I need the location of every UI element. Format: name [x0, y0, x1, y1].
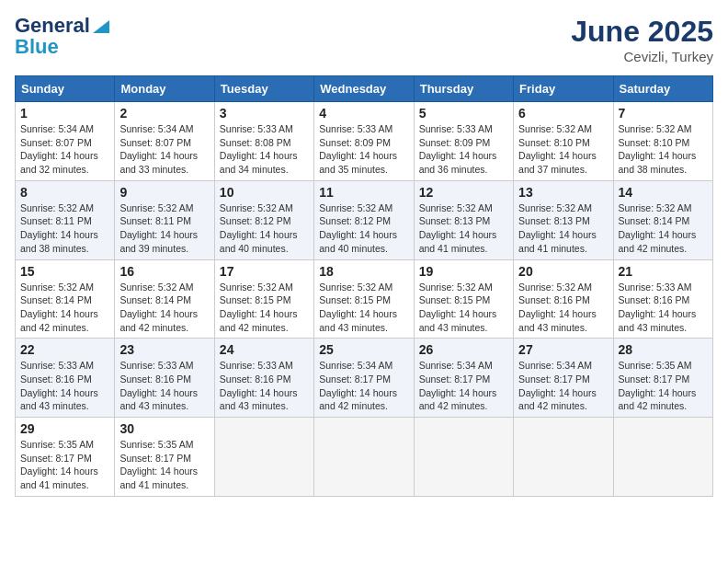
table-row: 6Sunrise: 5:32 AM Sunset: 8:10 PM Daylig…: [514, 102, 613, 181]
logo-icon: [93, 17, 109, 33]
month-title: June 2025: [571, 15, 713, 49]
table-row: 19Sunrise: 5:32 AM Sunset: 8:15 PM Dayli…: [414, 259, 513, 339]
header-wednesday: Wednesday: [314, 76, 414, 102]
table-row: 22Sunrise: 5:33 AM Sunset: 8:16 PM Dayli…: [16, 339, 115, 418]
table-row: 17Sunrise: 5:32 AM Sunset: 8:15 PM Dayli…: [214, 259, 313, 339]
title-section: June 2025 Cevizli, Turkey: [571, 15, 713, 64]
table-row: 10Sunrise: 5:32 AM Sunset: 8:12 PM Dayli…: [214, 180, 313, 259]
calendar-table: Sunday Monday Tuesday Wednesday Thursday…: [15, 75, 713, 497]
table-row: 27Sunrise: 5:34 AM Sunset: 8:17 PM Dayli…: [514, 339, 613, 418]
table-row: 4Sunrise: 5:33 AM Sunset: 8:09 PM Daylig…: [314, 102, 414, 181]
page-header: General Blue June 2025 Cevizli, Turkey: [15, 15, 713, 64]
calendar-header-row: Sunday Monday Tuesday Wednesday Thursday…: [16, 76, 713, 102]
table-row: 16Sunrise: 5:32 AM Sunset: 8:14 PM Dayli…: [115, 259, 214, 339]
table-row: 11Sunrise: 5:32 AM Sunset: 8:12 PM Dayli…: [314, 180, 414, 259]
table-row: 12Sunrise: 5:32 AM Sunset: 8:13 PM Dayli…: [414, 180, 513, 259]
location-subtitle: Cevizli, Turkey: [571, 49, 713, 64]
header-saturday: Saturday: [613, 76, 712, 102]
table-row: 3Sunrise: 5:33 AM Sunset: 8:08 PM Daylig…: [214, 102, 313, 181]
header-sunday: Sunday: [16, 76, 115, 102]
table-row: 23Sunrise: 5:33 AM Sunset: 8:16 PM Dayli…: [115, 339, 214, 418]
header-monday: Monday: [115, 76, 214, 102]
table-row: [514, 418, 613, 497]
logo-text-general: General: [15, 16, 90, 36]
table-row: 30Sunrise: 5:35 AM Sunset: 8:17 PM Dayli…: [115, 418, 214, 497]
table-row: 2Sunrise: 5:34 AM Sunset: 8:07 PM Daylig…: [115, 102, 214, 181]
table-row: 15Sunrise: 5:32 AM Sunset: 8:14 PM Dayli…: [16, 259, 115, 339]
table-row: 14Sunrise: 5:32 AM Sunset: 8:14 PM Dayli…: [613, 180, 712, 259]
table-row: [613, 418, 712, 497]
header-thursday: Thursday: [414, 76, 513, 102]
table-row: 29Sunrise: 5:35 AM Sunset: 8:17 PM Dayli…: [16, 418, 115, 497]
svg-marker-0: [93, 20, 109, 33]
header-friday: Friday: [514, 76, 613, 102]
table-row: [314, 418, 414, 497]
table-row: 5Sunrise: 5:33 AM Sunset: 8:09 PM Daylig…: [414, 102, 513, 181]
table-row: 18Sunrise: 5:32 AM Sunset: 8:15 PM Dayli…: [314, 259, 414, 339]
table-row: 7Sunrise: 5:32 AM Sunset: 8:10 PM Daylig…: [613, 102, 712, 181]
table-row: [214, 418, 313, 497]
table-row: 24Sunrise: 5:33 AM Sunset: 8:16 PM Dayli…: [214, 339, 313, 418]
table-row: 8Sunrise: 5:32 AM Sunset: 8:11 PM Daylig…: [16, 180, 115, 259]
table-row: 21Sunrise: 5:33 AM Sunset: 8:16 PM Dayli…: [613, 259, 712, 339]
table-row: 1Sunrise: 5:34 AM Sunset: 8:07 PM Daylig…: [16, 102, 115, 181]
header-tuesday: Tuesday: [214, 76, 313, 102]
table-row: 25Sunrise: 5:34 AM Sunset: 8:17 PM Dayli…: [314, 339, 414, 418]
table-row: 20Sunrise: 5:32 AM Sunset: 8:16 PM Dayli…: [514, 259, 613, 339]
table-row: 28Sunrise: 5:35 AM Sunset: 8:17 PM Dayli…: [613, 339, 712, 418]
table-row: 9Sunrise: 5:32 AM Sunset: 8:11 PM Daylig…: [115, 180, 214, 259]
table-row: 26Sunrise: 5:34 AM Sunset: 8:17 PM Dayli…: [414, 339, 513, 418]
table-row: 13Sunrise: 5:32 AM Sunset: 8:13 PM Dayli…: [514, 180, 613, 259]
logo: General Blue: [15, 15, 109, 57]
table-row: [414, 418, 513, 497]
logo-text-blue: Blue: [15, 37, 59, 57]
